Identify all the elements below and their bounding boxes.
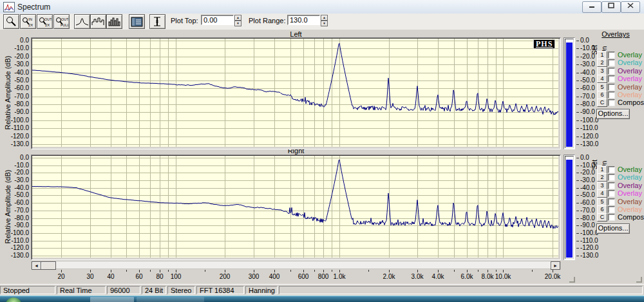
meter-tick [576, 203, 579, 203]
x-minor-tick [532, 270, 533, 272]
x-tick-label: 400 [269, 274, 280, 280]
y-tick-label: -10.0 [3, 45, 29, 52]
x-tick [274, 270, 275, 272]
overlay-on-checkbox-2[interactable] [608, 59, 615, 66]
right-power-meter [564, 155, 575, 260]
meter-scale-label: -110.0 [580, 125, 598, 131]
y-tick-label: -20.0 [3, 169, 29, 176]
meter-tick [576, 158, 579, 158]
scroll-left-button[interactable]: ◄ [32, 261, 41, 270]
x-tick-label: 1.0k [334, 274, 346, 280]
overlay-on-checkbox-2[interactable] [608, 174, 615, 181]
y-tick-label: -40.0 [3, 70, 29, 76]
x-tick-label: 30 [86, 274, 93, 280]
x-tick [488, 270, 488, 272]
x-tick [417, 270, 418, 272]
x-tick-label: 2.0k [383, 274, 395, 280]
overlay-set-button-4[interactable]: 4 [597, 75, 607, 83]
plot-top-input[interactable] [201, 15, 234, 25]
maximize-button[interactable] [601, 1, 621, 13]
right-plot[interactable] [31, 155, 561, 260]
left-plot[interactable] [31, 37, 561, 149]
plot-top-label: Plot Top: [171, 17, 198, 24]
overlay-set-button-2[interactable]: 2 [597, 59, 607, 67]
overlay-on-checkbox-5[interactable] [608, 198, 615, 205]
overlay-on-checkbox-4[interactable] [608, 75, 615, 82]
y-tick-label: -130.0 [3, 252, 29, 259]
plot-style-bars-button[interactable] [106, 14, 122, 29]
zoom-out-full-button[interactable]: OUTFULL [53, 14, 70, 29]
y-tick-label: 0.0 [3, 155, 29, 161]
x-minor-tick [314, 270, 315, 272]
close-button[interactable] [621, 1, 640, 13]
overlay-options-button[interactable]: Options... [596, 109, 630, 119]
zoom-in-2x-button[interactable]: IN2X [20, 14, 36, 29]
plot-top-spinner[interactable]: ▲▼ [234, 15, 242, 26]
resize-grip [569, 277, 575, 283]
overlay-on-checkbox-3[interactable] [608, 68, 615, 75]
overlay-on-checkbox-1[interactable] [608, 166, 615, 173]
y-tick-label: -50.0 [3, 192, 29, 198]
display-options-button[interactable] [129, 14, 145, 29]
taskbar-button[interactable] [137, 297, 204, 302]
overlay-on-checkbox-6[interactable] [608, 91, 615, 99]
taskbar-button[interactable] [90, 297, 134, 302]
frequency-scrollbar[interactable]: ◄ ► [31, 261, 561, 269]
x-minor-tick [332, 270, 332, 272]
overlay-set-button-2[interactable]: 2 [597, 173, 607, 182]
spin-down-icon[interactable]: ▼ [234, 21, 242, 26]
x-tick-label: 10.0k [495, 274, 511, 280]
x-tick-label: 200 [220, 274, 231, 280]
meter-tick [576, 97, 579, 97]
left-spectrum-chart[interactable] [32, 39, 558, 147]
zoom-cursor-button[interactable] [3, 14, 19, 29]
x-tick-label: 20.0k [545, 274, 560, 280]
meter-scale-label: -70.0 [580, 207, 595, 214]
meter-tick [576, 233, 579, 234]
left-power-meter [564, 37, 575, 149]
plot-style-step-button[interactable] [90, 14, 106, 29]
options-dialog-icon [131, 17, 143, 27]
zoom-out-2x-button[interactable]: OUT2X [37, 14, 53, 29]
start-button[interactable] [5, 297, 22, 302]
overlay-on-checkbox-5[interactable] [608, 84, 615, 91]
minimize-button[interactable] [582, 1, 601, 13]
meter-tick [576, 188, 579, 189]
overlay-on-checkbox-6[interactable] [608, 206, 615, 213]
status-cell: Hanning [245, 286, 278, 294]
marker-tool-button[interactable] [149, 14, 166, 29]
overlay-set-button-c[interactable]: C [597, 213, 607, 222]
plot-style-line-button[interactable] [74, 14, 90, 29]
meter-scale-label: -30.0 [580, 61, 595, 68]
spin-up-icon[interactable]: ▲ [234, 15, 242, 21]
y-tick-label: -40.0 [3, 185, 29, 191]
meter-tick [576, 195, 579, 196]
scroll-thumb[interactable] [41, 261, 56, 270]
overlay-on-checkbox-3[interactable] [608, 182, 615, 189]
plot-range-input[interactable] [287, 15, 320, 25]
meter-tick [576, 144, 579, 145]
overlay-set-button-4[interactable]: 4 [597, 189, 607, 198]
spin-down-icon[interactable]: ▼ [321, 21, 328, 26]
scroll-right-button[interactable]: ► [551, 261, 560, 270]
overlay-on-checkbox-c[interactable] [608, 99, 615, 106]
svg-text:OUT: OUT [61, 17, 68, 21]
right-spectrum-chart[interactable] [32, 156, 558, 258]
overlay-on-checkbox-1[interactable] [608, 52, 615, 59]
spin-up-icon[interactable]: ▲ [321, 15, 328, 21]
overlay-on-checkbox-4[interactable] [608, 190, 615, 197]
svg-text:2X: 2X [45, 23, 50, 27]
meter-tick [576, 120, 579, 121]
spectrum-window: Spectrum IN2X OUT2X OUTFULL Plot Top: [0, 0, 644, 302]
plot-range-spinner[interactable]: ▲▼ [321, 15, 328, 26]
overlay-options-button[interactable]: Options... [596, 223, 630, 234]
overlay-set-button-c[interactable]: C [597, 99, 607, 107]
meter-tick [576, 180, 579, 181]
x-tick-label: 40 [107, 274, 114, 280]
x-tick-label: 3.0k [412, 274, 424, 280]
svg-text:FULL: FULL [61, 23, 68, 27]
meter-tick [576, 88, 579, 89]
y-tick-label: -100.0 [3, 117, 29, 124]
overlay-label: Overlay 6 [618, 91, 644, 99]
overlay-on-checkbox-c[interactable] [608, 214, 615, 221]
